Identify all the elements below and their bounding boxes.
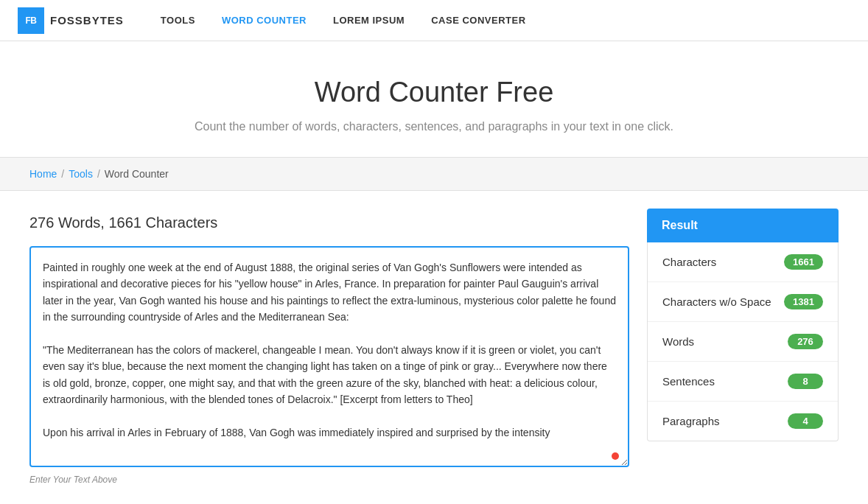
breadcrumb-current: Word Counter (105, 168, 169, 180)
result-badge-characters: 1661 (784, 254, 823, 270)
result-row-paragraphs: Paragraphs 4 (648, 402, 838, 441)
nav-tools[interactable]: TOOLS (147, 0, 209, 41)
result-row-characters: Characters 1661 (648, 242, 838, 282)
word-count-header: 276 Words, 1661 Characters (29, 209, 629, 237)
breadcrumb-section: Home / Tools / Word Counter (0, 158, 868, 191)
result-badge-paragraphs: 4 (788, 413, 823, 429)
nav-word-counter[interactable]: WORD COUNTER (209, 0, 320, 41)
left-panel: 276 Words, 1661 Characters Enter Your Te… (29, 209, 629, 485)
hero-title: Word Counter Free (18, 77, 850, 108)
result-label-characters-no-space: Characters w/o Space (662, 295, 771, 308)
brand-name: FOSSBYTES (50, 14, 124, 27)
brand-link[interactable]: FB FOSSBYTES (18, 7, 124, 34)
result-row-words: Words 276 (648, 322, 838, 362)
breadcrumb-sep-2: / (97, 168, 100, 180)
result-badge-words: 276 (788, 334, 823, 349)
breadcrumb: Home / Tools / Word Counter (29, 168, 839, 180)
main-content: 276 Words, 1661 Characters Enter Your Te… (0, 191, 868, 503)
brand-logo: FB (18, 7, 44, 34)
result-label-words: Words (662, 335, 694, 348)
main-textarea[interactable] (29, 246, 629, 467)
textarea-hint: Enter Your Text Above (29, 475, 629, 485)
nav-links: TOOLS WORD COUNTER LOREM IPSUM CASE CONV… (147, 0, 539, 41)
result-row-sentences: Sentences 8 (648, 362, 838, 402)
hero-subtitle: Count the number of words, characters, s… (176, 120, 692, 133)
nav-case-converter[interactable]: CASE CONVERTER (418, 0, 539, 41)
result-row-characters-no-space: Characters w/o Space 1381 (648, 282, 838, 322)
navbar: FB FOSSBYTES TOOLS WORD COUNTER LOREM IP… (0, 0, 868, 41)
result-label-sentences: Sentences (662, 375, 715, 388)
result-badge-characters-no-space: 1381 (784, 294, 823, 309)
result-label-paragraphs: Paragraphs (662, 415, 720, 427)
hero-section: Word Counter Free Count the number of wo… (0, 41, 868, 158)
textarea-wrapper (29, 246, 629, 470)
result-label-characters: Characters (662, 256, 716, 268)
brand-logo-text: FB (26, 15, 37, 26)
breadcrumb-home[interactable]: Home (29, 168, 57, 180)
result-header: Result (647, 209, 839, 242)
result-badge-sentences: 8 (788, 374, 823, 389)
right-panel: Result Characters 1661 Characters w/o Sp… (647, 209, 839, 441)
result-body: Characters 1661 Characters w/o Space 138… (647, 242, 839, 441)
nav-lorem-ipsum[interactable]: LOREM IPSUM (320, 0, 418, 41)
breadcrumb-tools[interactable]: Tools (69, 168, 93, 180)
breadcrumb-sep-1: / (61, 168, 64, 180)
spell-check-indicator (612, 452, 619, 460)
